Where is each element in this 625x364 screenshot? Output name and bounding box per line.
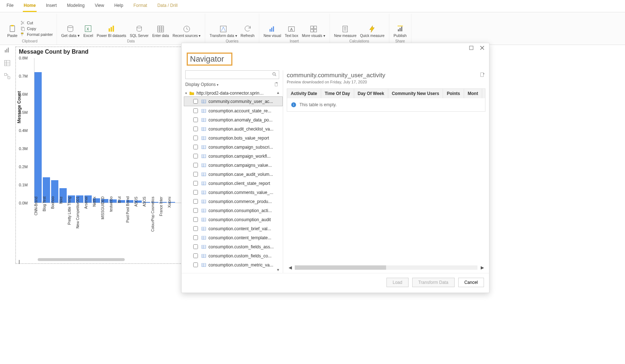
menu-format[interactable]: Format <box>133 1 148 12</box>
pbi-datasets-button[interactable]: Power BI datasets <box>96 24 127 38</box>
new-measure-button[interactable]: New measure <box>334 24 357 38</box>
menu-home[interactable]: Home <box>23 1 36 12</box>
tree-item[interactable]: consumption.custom_fields_co... <box>184 251 283 260</box>
tree-item-checkbox[interactable] <box>193 217 198 222</box>
tree-item[interactable]: consumption.commerce_produ... <box>184 197 283 206</box>
publish-button[interactable]: Publish <box>393 24 407 38</box>
tree-item-checkbox[interactable] <box>193 145 198 149</box>
tree-item[interactable]: consumption.campaign_workfl... <box>184 152 283 161</box>
refresh-tree-icon[interactable] <box>274 82 279 87</box>
svg-rect-34 <box>8 77 10 79</box>
refresh-preview-icon[interactable] <box>480 72 485 78</box>
tree-item[interactable]: consumption.anomaly_data_po... <box>184 115 283 124</box>
excel-button[interactable]: XExcel <box>83 24 94 38</box>
quick-measure-button[interactable]: Quick measure <box>359 24 385 38</box>
tree-item[interactable]: consumption.bots_value_report <box>184 133 283 142</box>
chart-scrollbar[interactable] <box>38 258 125 261</box>
tree-item-checkbox[interactable] <box>193 226 198 231</box>
preview-hscrollbar[interactable]: ◀ ▶ <box>287 264 485 264</box>
column-header[interactable]: Time Of Day <box>321 89 354 98</box>
search-icon[interactable] <box>272 72 277 77</box>
tree-item-checkbox[interactable] <box>193 136 198 140</box>
scroll-up-icon[interactable]: ▴ <box>277 90 282 95</box>
tree-item[interactable]: consumption.custom_metric_va... <box>184 260 283 264</box>
column-header[interactable]: Community New Users <box>388 89 443 98</box>
tree-item[interactable]: consumption.consumption_audit <box>184 215 283 224</box>
sql-server-button[interactable]: SQL Server <box>129 24 149 38</box>
tree-item-checkbox[interactable] <box>193 108 198 113</box>
tree-item[interactable]: consumption.content_template... <box>184 233 283 242</box>
menu-file[interactable]: File <box>6 1 14 12</box>
table-icon <box>201 208 206 213</box>
more-visuals-button[interactable]: More visuals ▾ <box>301 24 326 38</box>
collapse-icon[interactable]: ▾ <box>185 91 187 95</box>
rail-report-icon[interactable] <box>4 46 11 54</box>
x-tick-label: Pretty Little Thing <box>67 197 75 240</box>
text-box-button[interactable]: AText box <box>284 24 299 38</box>
tree-item[interactable]: community.community_user_ac... <box>184 96 283 106</box>
tree-item-checkbox[interactable] <box>193 190 198 195</box>
tree-item[interactable]: consumption.comments_value_... <box>184 188 283 197</box>
tree-item[interactable]: consumption.client_state_report <box>184 179 283 188</box>
x-tick-label: Boohoo <box>51 197 58 240</box>
new-visual-button[interactable]: New visual <box>263 24 282 38</box>
tree-item-checkbox[interactable] <box>193 172 198 177</box>
menu-datadrill[interactable]: Data / Drill <box>157 1 178 12</box>
search-input[interactable] <box>185 70 279 79</box>
tree-item-checkbox[interactable] <box>193 244 198 249</box>
recent-sources-button[interactable]: Recent sources ▾ <box>172 24 201 38</box>
tree-item-checkbox[interactable] <box>193 163 198 167</box>
tree-item-checkbox[interactable] <box>193 199 198 204</box>
tree-item-checkbox[interactable] <box>193 127 198 131</box>
tree-item[interactable]: consumption.campaigns_value... <box>184 161 283 170</box>
copy-button[interactable]: Copy <box>20 26 36 31</box>
column-header[interactable]: Day Of Week <box>354 89 388 98</box>
quick-measure-label: Quick measure <box>360 34 384 38</box>
get-data-button[interactable]: Get data ▾ <box>61 24 80 38</box>
tree-item-label: consumption.account_state_re... <box>208 108 271 113</box>
rail-model-icon[interactable] <box>4 73 11 80</box>
navigator-dialog: Navigator Display Options ▴ ▾ http://pro… <box>181 43 489 264</box>
column-header[interactable]: Mont <box>464 89 482 98</box>
tree-item-checkbox[interactable] <box>193 208 198 213</box>
tree-item-checkbox[interactable] <box>193 117 198 122</box>
tree-item-checkbox[interactable] <box>193 181 198 186</box>
menu-insert[interactable]: Insert <box>45 1 58 12</box>
tree-item[interactable]: consumption.custom_fields_ass... <box>184 242 283 251</box>
tree-item[interactable]: consumption.content_brief_val... <box>184 224 283 233</box>
tree-item-checkbox[interactable] <box>193 99 198 104</box>
svg-rect-11 <box>113 26 114 32</box>
tree-item[interactable]: consumption.campaign_subscri... <box>184 142 283 152</box>
close-icon[interactable] <box>480 45 485 50</box>
column-header[interactable]: Points <box>443 89 464 98</box>
refresh-button[interactable]: Refresh <box>240 24 256 38</box>
svg-rect-47 <box>202 182 206 185</box>
enter-data-button[interactable]: Enter data <box>152 24 170 38</box>
tree-item-checkbox[interactable] <box>193 235 198 240</box>
tree-item-checkbox[interactable] <box>193 154 198 158</box>
rail-data-icon[interactable] <box>4 59 11 67</box>
y-tick: 0.2M <box>19 165 28 169</box>
menu-help[interactable]: Help <box>113 1 124 12</box>
format-painter-button[interactable]: Format painter <box>20 32 53 37</box>
tree-item[interactable]: consumption.case_audit_volum... <box>184 170 283 179</box>
chart-bar[interactable] <box>34 72 42 203</box>
resize-handle-icon[interactable] <box>15 260 20 264</box>
menu-modeling[interactable]: Modeling <box>66 1 86 12</box>
display-options-dropdown[interactable]: Display Options <box>185 82 219 87</box>
menu-view[interactable]: View <box>94 1 105 12</box>
tree-item-label: consumption.campaign_workfl... <box>208 154 270 159</box>
svg-rect-16 <box>270 29 271 32</box>
tree-item[interactable]: consumption.consumption_acti... <box>184 206 283 215</box>
svg-text:X: X <box>87 26 90 31</box>
tree-item-checkbox[interactable] <box>193 262 198 264</box>
cut-button[interactable]: Cut <box>20 20 33 25</box>
maximize-icon[interactable] <box>469 45 474 50</box>
column-header[interactable]: Activity Date <box>287 89 321 98</box>
paste-button[interactable]: Paste <box>7 24 18 38</box>
transform-data-button[interactable]: Transform data ▾ <box>209 24 237 38</box>
tree-root[interactable]: ▾ http://prod2-data-connector.sprinkl... <box>184 90 283 96</box>
tree-item[interactable]: consumption.account_state_re... <box>184 106 283 115</box>
tree-item-checkbox[interactable] <box>193 253 198 258</box>
tree-item[interactable]: consumption.audit_checklist_va... <box>184 124 283 133</box>
